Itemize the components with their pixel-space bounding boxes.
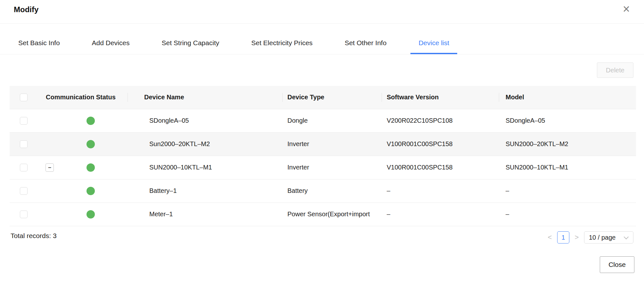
software-version: V200R022C10SPC108	[378, 109, 495, 132]
device-model: SDongleA–05	[495, 109, 636, 132]
close-icon[interactable]: ×	[623, 2, 630, 16]
table-row: Battery–1 Battery – –	[10, 179, 636, 202]
table-header-row: Communication Status Device Name Device …	[10, 86, 636, 109]
page-number-button[interactable]: 1	[557, 231, 569, 244]
row-checkbox[interactable]	[20, 211, 28, 218]
software-version: V100R001C00SPC158	[378, 156, 495, 179]
device-type: Power Sensor(Export+import	[279, 202, 378, 226]
page-size-select[interactable]: 10 / page	[584, 231, 633, 244]
device-model: SUN2000–20KTL–M2	[495, 132, 636, 156]
pagination: < 1 > 10 / page	[546, 231, 633, 244]
tab-set-string-capacity[interactable]: Set String Capacity	[153, 24, 227, 54]
device-name: Meter–1	[144, 202, 279, 226]
device-table: Communication Status Device Name Device …	[10, 86, 636, 226]
tab-device-list[interactable]: Device list	[410, 24, 457, 54]
modal-header: Modify ×	[0, 0, 644, 24]
tab-bar: Set Basic Info Add Devices Set String Ca…	[0, 24, 644, 54]
column-divider	[282, 93, 283, 102]
column-header-software-version: Software Version	[378, 86, 495, 109]
tab-set-electricity-prices[interactable]: Set Electricity Prices	[243, 24, 320, 54]
device-type: Inverter	[279, 132, 378, 156]
column-divider	[128, 93, 128, 102]
device-model: –	[495, 179, 636, 202]
status-online-icon	[87, 117, 95, 125]
row-checkbox[interactable]	[20, 164, 28, 171]
software-version: V100R001C00SPC158	[378, 132, 495, 156]
row-checkbox[interactable]	[20, 140, 28, 148]
device-model: SUN2000–10KTL–M1	[495, 156, 636, 179]
device-type: Dongle	[279, 109, 378, 132]
page-size-value: 10 / page	[589, 234, 615, 241]
collapse-row-icon[interactable]: −	[45, 163, 54, 172]
close-button[interactable]: Close	[600, 256, 634, 273]
device-name: Battery–1	[144, 179, 279, 202]
software-version: –	[378, 202, 495, 226]
select-all-checkbox[interactable]	[20, 94, 28, 101]
device-name: SDongleA–05	[144, 109, 279, 132]
chevron-down-icon	[624, 234, 629, 239]
device-type: Inverter	[279, 156, 378, 179]
table-row: Sun2000–20KTL–M2 Inverter V100R001C00SPC…	[10, 132, 636, 156]
column-divider	[382, 93, 382, 102]
status-online-icon	[87, 140, 95, 148]
column-header-device-type: Device Type	[279, 86, 378, 109]
column-header-device-name: Device Name	[144, 86, 279, 109]
prev-page-icon[interactable]: <	[546, 231, 553, 244]
modal-title: Modify	[14, 5, 38, 14]
status-online-icon	[87, 187, 95, 195]
status-online-icon	[87, 210, 95, 219]
row-checkbox[interactable]	[20, 117, 28, 125]
column-header-model: Model	[495, 86, 636, 109]
table-row: − SUN2000–10KTL–M1 Inverter V100R001C00S…	[10, 156, 636, 179]
table-row: SDongleA–05 Dongle V200R022C10SPC108 SDo…	[10, 109, 636, 132]
next-page-icon[interactable]: >	[573, 231, 580, 244]
table-row: Meter–1 Power Sensor(Export+import – –	[10, 202, 636, 226]
row-checkbox[interactable]	[20, 187, 28, 195]
software-version: –	[378, 179, 495, 202]
tab-set-basic-info[interactable]: Set Basic Info	[10, 24, 68, 54]
tab-add-devices[interactable]: Add Devices	[84, 24, 138, 54]
total-records-label: Total records: 3	[11, 232, 57, 240]
device-name: SUN2000–10KTL–M1	[144, 156, 279, 179]
device-name: Sun2000–20KTL–M2	[144, 132, 279, 156]
status-online-icon	[87, 163, 95, 172]
device-type: Battery	[279, 179, 378, 202]
tab-set-other-info[interactable]: Set Other Info	[337, 24, 395, 54]
modify-modal: Modify × Set Basic Info Add Devices Set …	[0, 0, 644, 289]
column-header-communication-status: Communication Status	[37, 86, 144, 109]
column-divider	[499, 93, 499, 102]
device-model: –	[495, 202, 636, 226]
delete-button[interactable]: Delete	[597, 62, 633, 78]
